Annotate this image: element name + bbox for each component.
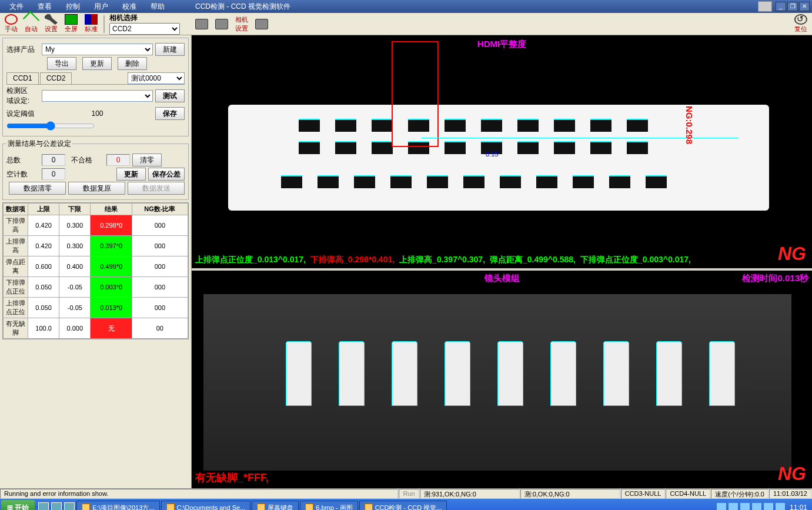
- lens-module-image: [203, 294, 791, 471]
- threshold-slider[interactable]: [6, 121, 95, 131]
- ng-indicator-top: NG: [778, 243, 806, 265]
- maximize-icon[interactable]: ❐: [787, 2, 798, 11]
- auto-button[interactable]: 自动: [25, 14, 38, 34]
- tray-icon-6[interactable]: [776, 503, 785, 510]
- update-button[interactable]: 更新: [82, 57, 112, 70]
- quick-launch-1[interactable]: [38, 502, 49, 510]
- pane-top-title: HDMI平整度: [477, 39, 526, 50]
- grid-header: NG数-比率: [132, 204, 188, 215]
- readout-bottom: 有无缺脚_*FFF,: [195, 471, 269, 485]
- camera-icon[interactable]: [758, 1, 772, 12]
- settings-button[interactable]: 设置: [45, 14, 58, 34]
- camera-select[interactable]: CCD2: [109, 23, 180, 35]
- table-row[interactable]: 下排弹点正位0.050-0.050.003*0000: [4, 277, 188, 298]
- grid-header: 数据项: [4, 204, 28, 215]
- menu-user[interactable]: 用户: [87, 1, 115, 13]
- pane-bottom-title: 镜头模组: [484, 273, 520, 284]
- app-title: CCD检测 - CCD 视觉检测软件: [195, 2, 290, 12]
- empty-label: 空计数: [6, 169, 42, 179]
- roi-red-box: [392, 41, 439, 147]
- menu-file[interactable]: 文件: [2, 1, 31, 13]
- detect-time-label: 检测时间0.013秒: [742, 273, 808, 284]
- row-item: 上排弹点正位: [4, 298, 28, 318]
- readout-item: 下排弹点正位度_0.003^0.017,: [579, 254, 692, 266]
- table-row[interactable]: 上排弹高0.4200.3000.397*0000: [4, 236, 188, 256]
- task-item[interactable]: E:\项目图像\2013方...: [76, 501, 159, 510]
- quick-launch-2[interactable]: [51, 502, 62, 510]
- task-item[interactable]: 屏幕键盘: [252, 501, 299, 510]
- folder-icon: [305, 504, 313, 510]
- total-label: 总数: [6, 155, 42, 165]
- ng-value: 0: [106, 154, 130, 166]
- row-item: 有无缺脚: [4, 318, 28, 339]
- save-tolerance-button[interactable]: 保存公差: [148, 168, 185, 181]
- menu-calibrate[interactable]: 校准: [115, 1, 143, 13]
- table-row[interactable]: 弹点距离0.6000.4000.499*0000: [4, 256, 188, 277]
- tray-icon-5[interactable]: [764, 503, 773, 510]
- statusbar: Running and error information show. Run …: [0, 488, 812, 499]
- task-item[interactable]: CCD检测 - CCD 视觉...: [359, 501, 447, 510]
- table-row[interactable]: 上排弹点正位0.050-0.050.013*0000: [4, 298, 188, 318]
- test-combo[interactable]: 测试0000: [128, 72, 185, 84]
- reset-button[interactable]: 复位: [794, 14, 807, 34]
- status-message: Running and error information show.: [0, 489, 398, 499]
- camera-pane-bottom[interactable]: 镜头模组 检测时间0.013秒 有无缺脚_*FFF, NG: [192, 271, 812, 488]
- start-button[interactable]: ⊞ 开始: [1, 500, 35, 510]
- readout-item: 上排弹点正位度_0.013^0.017,: [194, 254, 307, 266]
- camera1-icon: [195, 19, 208, 29]
- readout-item: 下排弹高_0.298*0.401,: [309, 254, 396, 266]
- delete-button[interactable]: 删除: [118, 57, 147, 70]
- tray-icon-2[interactable]: [729, 503, 738, 510]
- refresh-button[interactable]: 更新: [116, 168, 146, 181]
- manual-button[interactable]: 手动: [5, 14, 18, 34]
- close-icon[interactable]: ✕: [799, 2, 810, 11]
- cam-tool-2[interactable]: [215, 19, 228, 29]
- system-tray[interactable]: 11:01: [712, 503, 811, 510]
- export-button[interactable]: 导出: [47, 57, 76, 70]
- flag-icon: [85, 14, 98, 25]
- data-clear-button[interactable]: 数据清零: [9, 182, 66, 195]
- tab-ccd1[interactable]: CCD1: [6, 72, 39, 84]
- cam-tool-1[interactable]: [195, 19, 208, 29]
- menu-help[interactable]: 帮助: [143, 1, 172, 13]
- threshold-label: 设定阈值: [6, 109, 42, 119]
- task-item[interactable]: 6.bmp - 画图: [300, 501, 357, 510]
- reset-icon: [794, 14, 807, 25]
- wrench-icon: [45, 14, 58, 25]
- tray-icon-4[interactable]: [752, 503, 761, 510]
- save-button[interactable]: 保存: [155, 107, 185, 120]
- taskbar: ⊞ 开始 E:\项目图像\2013方...C:\Documents and Se…: [0, 499, 812, 510]
- camera-pane-top[interactable]: HDMI平整度 0.15 NG:0.298 上排弹点正位度_0.013^0.01…: [192, 35, 812, 271]
- table-row[interactable]: 有无缺脚100.00.000无00: [4, 318, 188, 339]
- new-button[interactable]: 新建: [155, 43, 185, 56]
- data-restore-button[interactable]: 数据复原: [68, 182, 125, 195]
- area-combo[interactable]: [42, 90, 153, 102]
- folder-icon: [365, 504, 373, 510]
- clear-button[interactable]: 清零: [132, 154, 162, 166]
- fullscreen-button[interactable]: 全屏: [65, 14, 78, 34]
- product-combo[interactable]: My: [42, 44, 153, 55]
- test-button[interactable]: 测试: [155, 89, 185, 102]
- standard-button[interactable]: 标准: [85, 14, 98, 34]
- ng-indicator-bottom: NG: [778, 463, 806, 485]
- results-grid[interactable]: 数据项上限下限结果NG数-比率下排弹高0.4200.3000.298*0000上…: [2, 202, 189, 339]
- data-send-button[interactable]: 数据发送: [128, 182, 185, 195]
- cam-settings-button[interactable]: 相机 设置: [235, 15, 248, 33]
- tray-icon-1[interactable]: [717, 503, 726, 510]
- status-speed: 速度(个/分钟):0.0: [711, 489, 768, 499]
- viewport: HDMI平整度 0.15 NG:0.298 上排弹点正位度_0.013^0.01…: [192, 35, 812, 488]
- ng-label: 不合格: [71, 155, 106, 165]
- menu-view[interactable]: 查看: [31, 1, 59, 13]
- grid-header: 结果: [91, 204, 132, 215]
- table-row[interactable]: 下排弹高0.4200.3000.298*0000: [4, 215, 188, 236]
- sidebar: 选择产品 My 新建 导出 更新 删除 CCD1 CCD2 测试0000 检测区…: [0, 35, 192, 488]
- menu-control[interactable]: 控制: [59, 1, 87, 13]
- cam-tool-3[interactable]: [255, 19, 268, 29]
- tab-ccd2[interactable]: CCD2: [40, 72, 72, 84]
- minimize-icon[interactable]: _: [776, 2, 786, 11]
- row-item: 上排弹高: [4, 236, 28, 256]
- task-item[interactable]: C:\Documents and Se...: [161, 501, 251, 510]
- tray-icon-3[interactable]: [740, 503, 750, 510]
- quick-launch-3[interactable]: [64, 502, 75, 510]
- threshold-value: 100: [42, 109, 153, 118]
